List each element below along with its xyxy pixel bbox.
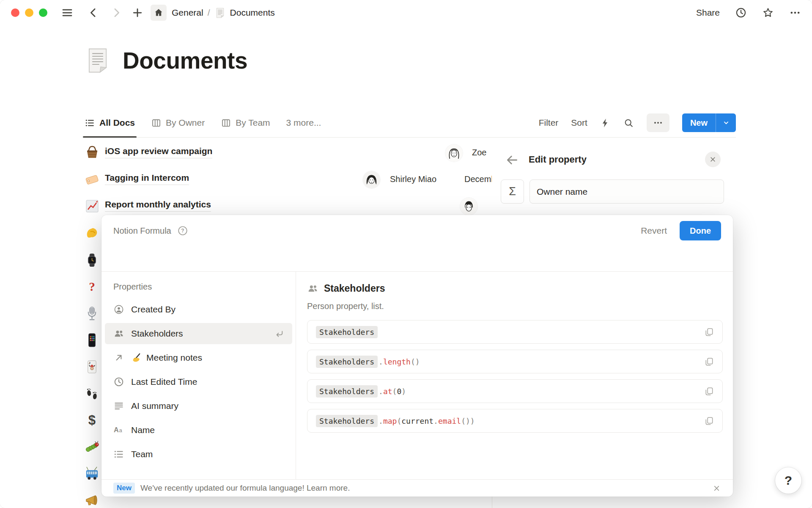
avatar-man xyxy=(460,198,477,215)
property-item-name[interactable]: Aa Name xyxy=(105,420,292,441)
formula-popup-title: Notion Formula xyxy=(113,226,171,236)
board-view-icon xyxy=(151,118,162,128)
property-item-ai-summary[interactable]: AI summary xyxy=(105,395,292,417)
revert-button[interactable]: Revert xyxy=(641,226,667,236)
watch-emoji[interactable] xyxy=(85,253,99,268)
property-item-last-edited-time[interactable]: Last Edited Time xyxy=(105,371,292,392)
docs-description: Person property, list. xyxy=(307,301,723,311)
copy-icon[interactable] xyxy=(704,327,714,337)
property-type-button[interactable]: Σ xyxy=(501,179,524,204)
chart-up-emoji xyxy=(85,199,100,214)
tab-by-team[interactable]: By Team xyxy=(221,108,270,137)
microphone-emoji[interactable] xyxy=(85,306,99,321)
property-item-meeting-notes[interactable]: Meeting notes xyxy=(105,347,292,368)
topbar-actions: Share xyxy=(696,7,801,19)
sort-button[interactable]: Sort xyxy=(571,118,587,128)
chevron-right-icon[interactable] xyxy=(110,6,123,19)
close-icon[interactable] xyxy=(712,484,721,493)
formula-example-card[interactable]: Stakeholders.length() xyxy=(307,350,723,373)
property-item-team[interactable]: Team xyxy=(105,444,292,465)
page-header: Documents xyxy=(84,47,247,75)
row-title[interactable]: Tagging in Intercom xyxy=(105,173,189,185)
ellipsis-icon[interactable] xyxy=(789,7,801,19)
view-tab-label: By Owner xyxy=(166,118,205,128)
hamburger-icon[interactable] xyxy=(61,6,74,19)
document-emoji xyxy=(214,7,226,19)
breadcrumb-current[interactable]: Documents xyxy=(230,8,275,18)
question-circle-icon[interactable]: ? xyxy=(177,225,188,236)
document-emoji[interactable] xyxy=(84,47,112,75)
breadcrumb-root[interactable]: General xyxy=(172,8,203,18)
tab-all-docs[interactable]: All Docs xyxy=(85,108,135,137)
property-item-created-by[interactable]: Created By xyxy=(105,299,292,320)
joker-card-emoji[interactable]: J xyxy=(85,359,99,374)
person-circle-icon xyxy=(113,304,124,315)
row-title[interactable]: Report monthly analytics xyxy=(105,199,211,212)
formula-example-card[interactable]: Stakeholders.map(current.email()) xyxy=(307,409,723,433)
view-tabs: All Docs By Owner By Team 3 more... xyxy=(85,108,321,137)
chevron-down-icon[interactable] xyxy=(716,113,736,132)
search-icon[interactable] xyxy=(623,118,634,128)
footprints-emoji[interactable] xyxy=(85,386,99,401)
phone-emoji[interactable] xyxy=(85,333,99,348)
formula-example-card[interactable]: Stakeholders xyxy=(307,320,723,344)
filter-button[interactable]: Filter xyxy=(539,118,559,128)
banner-message[interactable]: We've recently updated our formula langu… xyxy=(140,483,350,493)
trolleybus-emoji[interactable] xyxy=(85,466,99,481)
close-window-button[interactable] xyxy=(11,8,19,17)
zoom-window-button[interactable] xyxy=(39,8,47,17)
copy-icon[interactable] xyxy=(704,387,714,396)
title-icon: Aa xyxy=(113,425,124,436)
arrow-left-icon[interactable] xyxy=(505,153,519,167)
panel-close-button[interactable] xyxy=(705,152,721,167)
formula-example-code: Stakeholders xyxy=(316,326,379,338)
new-button[interactable]: New xyxy=(682,113,716,132)
help-button[interactable]: ? xyxy=(775,467,801,494)
row-title[interactable]: iOS app review campaign xyxy=(105,146,212,158)
plus-icon[interactable] xyxy=(131,6,144,19)
copy-icon[interactable] xyxy=(704,357,714,367)
docs-header: Stakeholders xyxy=(307,283,723,294)
new-badge: New xyxy=(113,483,135,494)
minimize-window-button[interactable] xyxy=(25,8,33,17)
avatar-woman-bob xyxy=(363,171,380,188)
table-row[interactable]: Tagging in Intercom Shirley Miao Decembe… xyxy=(85,166,492,193)
view-tab-label: 3 more... xyxy=(286,118,321,128)
database-views-bar: All Docs By Owner By Team 3 more... Filt… xyxy=(85,108,736,138)
board-view-icon xyxy=(221,118,231,128)
property-item-stakeholders[interactable]: Stakeholders xyxy=(105,323,292,344)
property-item-label: Name xyxy=(131,425,155,435)
formula-banner: New We've recently updated our formula l… xyxy=(102,479,733,497)
basket-emoji xyxy=(85,145,100,160)
view-tab-label: All Docs xyxy=(99,118,135,128)
property-name-input[interactable] xyxy=(529,179,724,204)
row-date: December xyxy=(464,174,492,184)
properties-sidebar: Properties Created By Stakeholders Meeti… xyxy=(102,272,296,479)
copy-icon[interactable] xyxy=(704,416,714,426)
megaphone-emoji[interactable] xyxy=(85,493,99,508)
svg-text:J: J xyxy=(89,362,91,364)
formula-editor-popup: Notion Formula ? Revert Done Properties … xyxy=(102,215,733,497)
writing-hand-emoji xyxy=(131,352,143,364)
formula-example-card[interactable]: Stakeholders.at(0) xyxy=(307,379,723,403)
table-row[interactable]: iOS app review campaign Zoe xyxy=(85,140,492,166)
page-title[interactable]: Documents xyxy=(123,47,247,74)
share-button[interactable]: Share xyxy=(696,8,720,18)
chevron-left-icon[interactable] xyxy=(87,6,100,19)
arrow-up-right-icon xyxy=(113,352,124,363)
question-mark-emoji[interactable]: ? xyxy=(85,279,99,294)
caterpillar-emoji[interactable] xyxy=(85,439,99,454)
view-tab-label: By Team xyxy=(236,118,270,128)
svg-text:$: $ xyxy=(88,413,96,428)
clock-icon[interactable] xyxy=(735,7,747,19)
bolt-icon[interactable] xyxy=(600,118,611,128)
muscle-emoji[interactable] xyxy=(85,226,99,241)
home-icon[interactable] xyxy=(151,5,167,21)
dollar-emoji[interactable]: $ xyxy=(85,413,99,428)
ellipsis-icon[interactable] xyxy=(647,113,669,132)
tab-3-more[interactable]: 3 more... xyxy=(286,108,321,137)
star-icon[interactable] xyxy=(762,7,774,19)
tab-by-owner[interactable]: By Owner xyxy=(151,108,205,137)
done-button[interactable]: Done xyxy=(680,221,721,240)
formula-input-area[interactable] xyxy=(102,246,733,271)
